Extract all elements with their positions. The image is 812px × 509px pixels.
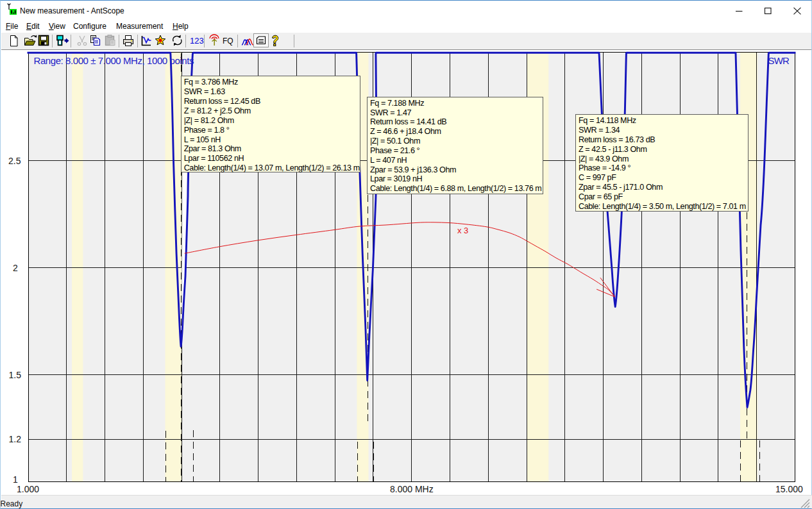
svg-text:x 3: x 3 (457, 226, 468, 235)
